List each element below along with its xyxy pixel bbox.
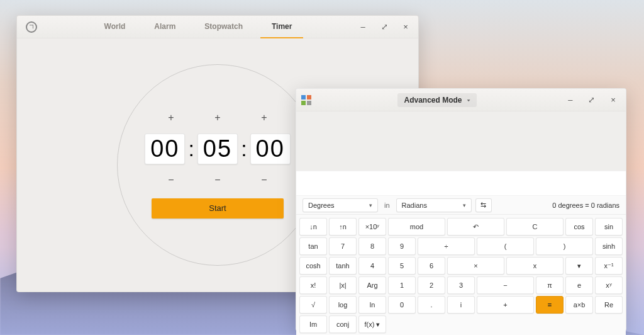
tab-stopwatch[interactable]: Stopwatch	[193, 16, 254, 38]
key-n[interactable]: ↑n	[329, 218, 357, 236]
key-7[interactable]: 7	[329, 237, 357, 255]
tab-timer[interactable]: Timer	[260, 16, 303, 38]
key-[interactable]: .	[418, 296, 445, 314]
clocks-tabs: World Alarm Stopwatch Timer	[41, 16, 355, 38]
key-[interactable]: ÷	[418, 237, 475, 255]
key-8[interactable]: 8	[358, 237, 386, 255]
key-log[interactable]: log	[329, 296, 357, 314]
key-cos[interactable]: cos	[565, 218, 593, 236]
key-re[interactable]: Re	[595, 296, 623, 314]
key-im[interactable]: Im	[299, 315, 327, 333]
key-tan[interactable]: tan	[299, 237, 327, 255]
keypad: ↓n↑n×10ʸmod↶Ccossintan789÷()sinhcoshtanh…	[296, 215, 626, 335]
chevron-down-icon: ▾	[463, 202, 466, 208]
colon: :	[187, 137, 194, 161]
tab-world[interactable]: World	[93, 16, 137, 38]
key-[interactable]: −	[477, 276, 534, 294]
maximize-button[interactable]: ⤢	[377, 20, 392, 35]
key-x[interactable]: xʸ	[595, 276, 623, 294]
tab-alarm[interactable]: Alarm	[143, 16, 187, 38]
conversion-result: 0 degrees = 0 radians	[552, 202, 619, 209]
increment-row: + + +	[162, 112, 274, 123]
maximize-button[interactable]: ⤢	[584, 93, 599, 108]
key-i[interactable]: i	[447, 296, 475, 314]
from-unit-label: Degrees	[308, 202, 335, 209]
key-n[interactable]: ↓n	[299, 218, 327, 236]
colon: :	[240, 137, 247, 161]
timer-controls: + + + 00 : 05 : 00 − − − Start	[145, 112, 291, 219]
swap-units-button[interactable]: ⇆	[475, 198, 492, 212]
key-2[interactable]: 2	[418, 276, 445, 294]
key-[interactable]: ×	[447, 257, 504, 275]
key-tanh[interactable]: tanh	[329, 257, 357, 275]
decrement-row: − − −	[162, 174, 274, 186]
key-ln[interactable]: ln	[358, 296, 386, 314]
key-[interactable]: +	[477, 296, 534, 314]
key-sin[interactable]: sin	[595, 218, 623, 236]
calculator-display	[296, 111, 626, 196]
key-[interactable]: (	[477, 237, 534, 255]
calculator-titlebar: Advanced Mode ▾ – ⤢ ×	[296, 89, 626, 111]
minimize-button[interactable]: –	[563, 93, 578, 108]
mode-selector[interactable]: Advanced Mode ▾	[397, 93, 476, 107]
key-c[interactable]: C	[506, 218, 564, 236]
hours-minus[interactable]: −	[162, 174, 180, 186]
close-button[interactable]: ×	[398, 20, 413, 35]
key-10[interactable]: ×10ʸ	[358, 218, 386, 236]
key-[interactable]: =	[536, 296, 564, 314]
to-unit-label: Radians	[402, 202, 427, 209]
seconds-plus[interactable]: +	[255, 112, 274, 123]
calculator-window: Advanced Mode ▾ – ⤢ × Degrees ▾ in Radia…	[296, 88, 626, 331]
chevron-down-icon: ▾	[369, 202, 372, 208]
to-unit-select[interactable]: Radians ▾	[396, 198, 472, 212]
key-9[interactable]: 9	[388, 237, 416, 255]
key-4[interactable]: 4	[358, 257, 386, 275]
timer-digits: 00 : 05 : 00	[145, 133, 291, 164]
key-fx[interactable]: f(x) ▾	[358, 315, 386, 333]
key-x[interactable]: x⁻¹	[595, 257, 623, 275]
seconds-minus[interactable]: −	[255, 174, 274, 186]
hours-plus[interactable]: +	[162, 112, 180, 123]
start-button[interactable]: Start	[152, 198, 284, 219]
chevron-down-icon: ▾	[467, 98, 470, 102]
key-[interactable]: ▾	[565, 257, 593, 275]
key-cosh[interactable]: cosh	[299, 257, 327, 275]
minutes-minus[interactable]: −	[208, 174, 227, 186]
key-[interactable]: π	[536, 276, 564, 294]
seconds-field[interactable]: 00	[250, 133, 291, 164]
key-x[interactable]: x	[506, 257, 564, 275]
minutes-field[interactable]: 05	[197, 133, 238, 164]
key-arg[interactable]: Arg	[358, 276, 386, 294]
key-5[interactable]: 5	[388, 257, 416, 275]
conversion-row: Degrees ▾ in Radians ▾ ⇆ 0 degrees = 0 r…	[296, 196, 626, 215]
close-button[interactable]: ×	[606, 93, 621, 108]
key-0[interactable]: 0	[388, 296, 416, 314]
in-label: in	[382, 202, 392, 209]
key-x[interactable]: |x|	[329, 276, 357, 294]
key-x[interactable]: x!	[299, 276, 327, 294]
calculator-window-controls: – ⤢ ×	[563, 93, 621, 108]
key-e[interactable]: e	[565, 276, 593, 294]
key-[interactable]: √	[299, 296, 327, 314]
key-[interactable]: )	[536, 237, 593, 255]
key-3[interactable]: 3	[447, 276, 475, 294]
mode-label: Advanced Mode	[404, 96, 462, 105]
input-area[interactable]	[296, 171, 626, 196]
key-ab[interactable]: a×b	[565, 296, 593, 314]
calculator-icon	[301, 95, 311, 105]
key-[interactable]: ↶	[447, 218, 504, 236]
key-6[interactable]: 6	[418, 257, 445, 275]
key-sinh[interactable]: sinh	[595, 237, 623, 255]
hours-field[interactable]: 00	[145, 133, 185, 164]
from-unit-select[interactable]: Degrees ▾	[303, 198, 378, 212]
clock-icon	[26, 21, 37, 33]
minimize-button[interactable]: –	[355, 20, 370, 35]
history-area[interactable]	[296, 111, 626, 171]
key-1[interactable]: 1	[388, 276, 416, 294]
key-mod[interactable]: mod	[388, 218, 445, 236]
clocks-titlebar: World Alarm Stopwatch Timer – ⤢ ×	[17, 16, 418, 38]
key-conj[interactable]: conj	[329, 315, 357, 333]
clocks-window-controls: – ⤢ ×	[355, 20, 413, 35]
minutes-plus[interactable]: +	[208, 112, 227, 123]
